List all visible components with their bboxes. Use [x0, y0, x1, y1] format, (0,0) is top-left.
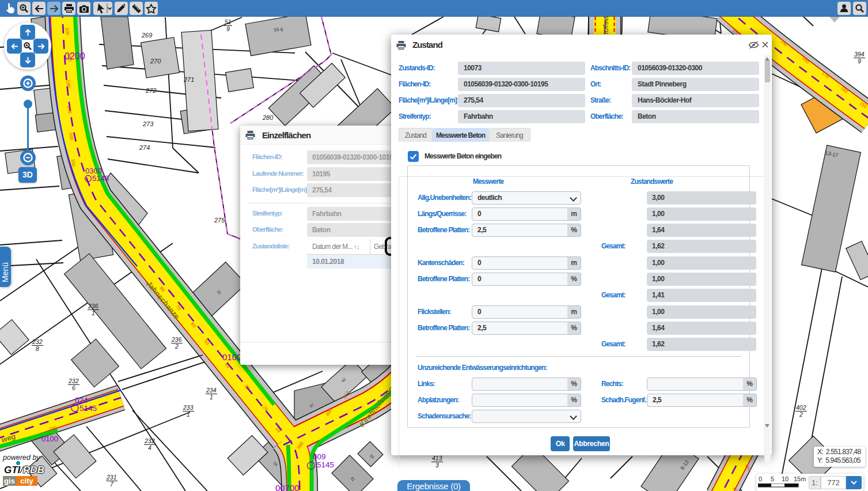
svg-text:0100: 0100: [41, 435, 58, 443]
svg-text:231: 231: [106, 474, 117, 481]
svg-text:273: 273: [142, 120, 154, 127]
svg-text:270: 270: [150, 58, 161, 65]
svg-text:275: 275: [214, 217, 225, 224]
svg-text:1: 1: [210, 394, 213, 401]
svg-text:274: 274: [139, 144, 150, 151]
svg-text:1: 1: [187, 411, 190, 418]
svg-text:9: 9: [858, 58, 861, 65]
svg-text:233: 233: [183, 404, 194, 411]
svg-text:269: 269: [141, 32, 152, 39]
svg-text:236: 236: [88, 303, 98, 309]
svg-text:2: 2: [799, 411, 803, 418]
svg-text:234: 234: [206, 387, 217, 394]
svg-text:232: 232: [32, 338, 43, 345]
svg-text:5145: 5145: [79, 404, 97, 413]
svg-text:0200: 0200: [65, 51, 85, 61]
svg-text:150: 150: [70, 158, 76, 167]
svg-text:009: 009: [313, 452, 326, 461]
svg-text:8: 8: [36, 345, 39, 352]
svg-text:hofsw: hofsw: [601, 15, 610, 37]
svg-text:1: 1: [92, 309, 95, 316]
svg-text:4: 4: [148, 444, 151, 451]
svg-text:402: 402: [796, 404, 806, 411]
svg-text:5145: 5145: [92, 174, 109, 183]
svg-text:5145: 5145: [317, 460, 334, 469]
svg-text:236: 236: [171, 336, 182, 343]
svg-text:271: 271: [183, 76, 194, 83]
svg-text:024: 024: [75, 396, 88, 405]
svg-text:170: 170: [66, 105, 73, 114]
svg-text:272: 272: [145, 87, 156, 94]
svg-text:9: 9: [226, 25, 230, 32]
svg-text:394: 394: [854, 51, 865, 58]
svg-text:0100: 0100: [222, 352, 241, 362]
svg-text:6: 6: [72, 384, 75, 391]
svg-text:232: 232: [68, 377, 79, 384]
svg-text:232: 232: [144, 437, 155, 444]
svg-text:2: 2: [175, 343, 179, 350]
svg-text:160: 160: [68, 132, 74, 141]
svg-text:51: 51: [225, 18, 232, 25]
svg-text:00700: 00700: [275, 483, 300, 491]
svg-text:280: 280: [262, 114, 274, 121]
svg-text:180: 180: [65, 80, 71, 88]
